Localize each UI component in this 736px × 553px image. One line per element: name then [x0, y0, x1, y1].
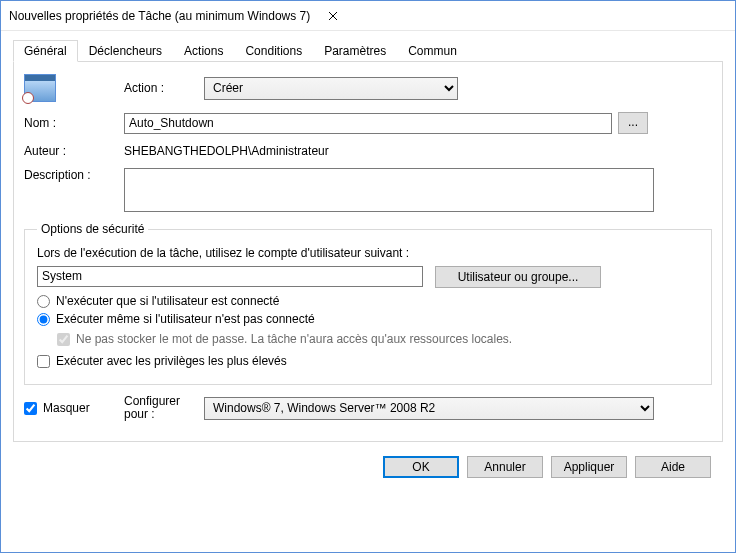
account-field: System: [37, 266, 423, 287]
close-icon: [328, 11, 338, 21]
hide-label: Masquer: [43, 401, 90, 415]
auteur-value: SHEBANGTHEDOLPH\Administrateur: [124, 144, 329, 158]
radio-logged-on-label: N'exécuter que si l'utilisateur est conn…: [56, 294, 279, 308]
tab-conditions[interactable]: Conditions: [234, 40, 313, 62]
window-title: Nouvelles propriétés de Tâche (au minimu…: [9, 9, 310, 23]
close-button[interactable]: [310, 1, 355, 30]
action-select[interactable]: Créer: [204, 77, 458, 100]
titlebar: Nouvelles propriétés de Tâche (au minimu…: [1, 1, 735, 31]
description-input[interactable]: [124, 168, 654, 212]
security-legend: Options de sécurité: [37, 222, 148, 236]
hide-checkbox[interactable]: [24, 402, 37, 415]
configure-label: Configurer pour :: [124, 395, 204, 421]
browse-button[interactable]: ...: [618, 112, 648, 134]
task-icon: [24, 74, 56, 102]
tab-parametres[interactable]: Paramètres: [313, 40, 397, 62]
tab-commun[interactable]: Commun: [397, 40, 468, 62]
tab-declencheurs[interactable]: Déclencheurs: [78, 40, 173, 62]
radio-logged-on[interactable]: [37, 295, 50, 308]
no-store-password-checkbox: [57, 333, 70, 346]
security-groupbox: Options de sécurité Lors de l'exécution …: [24, 222, 712, 385]
security-intro: Lors de l'exécution de la tâche, utilise…: [37, 246, 699, 260]
radio-not-logged-on-label: Exécuter même si l'utilisateur n'est pas…: [56, 312, 315, 326]
change-user-button[interactable]: Utilisateur ou groupe...: [435, 266, 601, 288]
dialog-buttons: OK Annuler Appliquer Aide: [13, 442, 723, 478]
cancel-button[interactable]: Annuler: [467, 456, 543, 478]
help-button[interactable]: Aide: [635, 456, 711, 478]
tab-actions[interactable]: Actions: [173, 40, 234, 62]
description-label: Description :: [24, 168, 124, 182]
ok-button[interactable]: OK: [383, 456, 459, 478]
apply-button[interactable]: Appliquer: [551, 456, 627, 478]
tab-panel-general: Action : Créer Nom : ... Auteur : SHEBAN…: [13, 62, 723, 442]
highest-privileges-checkbox[interactable]: [37, 355, 50, 368]
tabstrip: Général Déclencheurs Actions Conditions …: [13, 39, 723, 62]
configure-select[interactable]: Windows® 7, Windows Server™ 2008 R2: [204, 397, 654, 420]
radio-not-logged-on[interactable]: [37, 313, 50, 326]
nom-label: Nom :: [24, 116, 124, 130]
nom-input[interactable]: [124, 113, 612, 134]
action-label: Action :: [124, 81, 204, 95]
highest-privileges-label: Exécuter avec les privilèges les plus él…: [56, 354, 287, 368]
tab-general[interactable]: Général: [13, 40, 78, 62]
auteur-label: Auteur :: [24, 144, 124, 158]
no-store-password-label: Ne pas stocker le mot de passe. La tâche…: [76, 332, 512, 346]
